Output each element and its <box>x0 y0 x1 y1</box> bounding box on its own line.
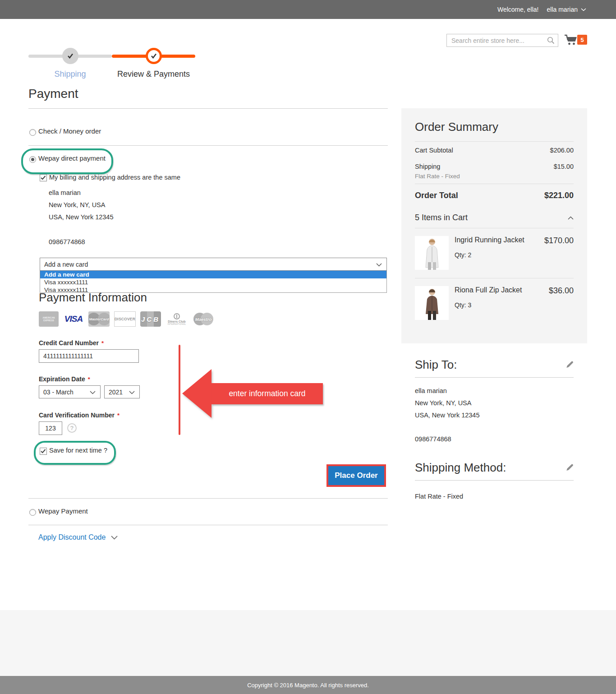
step-shipping[interactable]: Shipping <box>28 48 112 80</box>
ship-to-name: ella marian <box>415 385 574 397</box>
credit-card-number-input[interactable] <box>39 349 139 363</box>
divider <box>28 145 388 146</box>
search-input[interactable] <box>446 34 558 47</box>
shipping-row: Shipping Flat Rate - Fixed $15.00 <box>415 158 574 184</box>
billing-phone: 0986774868 <box>49 238 85 245</box>
search-box <box>446 34 558 47</box>
required-mark: * <box>117 412 120 419</box>
label-save-card[interactable]: Save for next time ? <box>49 447 107 454</box>
maestro-icon: Maestro <box>193 311 214 327</box>
discover-label: DISCOVER <box>115 317 135 321</box>
divider <box>28 525 388 525</box>
checkbox-billing-same[interactable] <box>40 174 47 181</box>
edit-pencil-icon[interactable] <box>565 361 574 369</box>
saved-card-select[interactable]: Add a new card <box>40 258 387 271</box>
shipping-label: Shipping <box>415 163 440 170</box>
cvn-help-icon[interactable] <box>67 423 77 433</box>
edit-pencil-icon[interactable] <box>565 464 574 472</box>
cart-subtotal-value: $206.00 <box>550 147 574 154</box>
checkout-progress: Shipping Review & Payments <box>28 48 195 80</box>
step-check-circle <box>146 48 162 64</box>
product-name: Riona Full Zip Jacket <box>455 286 545 294</box>
ship-to-line1: New York, NY, USA <box>415 397 574 409</box>
radio-check-money-order[interactable] <box>29 129 36 136</box>
ship-to-section: Ship To: ella marian New York, NY, USA U… <box>401 358 587 445</box>
amex-icon: AMERICAN EXPRESS <box>39 311 59 327</box>
product-name: Ingrid Running Jacket <box>455 236 541 244</box>
divider <box>28 498 388 499</box>
account-menu[interactable]: ella marian <box>547 6 586 13</box>
card-option-add-new[interactable]: Add a new card <box>40 271 386 278</box>
label-billing-same[interactable]: My billing and shipping address are the … <box>49 174 180 181</box>
copyright-text: Copyright © 2016 Magento. All rights res… <box>247 682 369 689</box>
checkbox-save-card[interactable] <box>40 448 47 455</box>
product-qty: Qty: 2 <box>455 251 541 259</box>
maestro-label: Maestro <box>195 317 211 322</box>
jcb-icon: JCB <box>140 311 161 327</box>
order-summary-title: Order Summary <box>415 120 574 134</box>
saved-card-dropdown: Add a new card Visa xxxxxx1111 Visa xxxx… <box>40 271 387 293</box>
cart-count-badge: 5 <box>577 35 587 45</box>
product-image <box>415 286 449 320</box>
step-label: Review & Payments <box>112 69 195 79</box>
expiration-month-value: 03 - March <box>43 389 74 396</box>
chevron-down-icon <box>111 536 118 540</box>
billing-address-line1: New York, NY, USA <box>49 201 105 208</box>
billing-name: ella marian <box>49 189 81 196</box>
accepted-cards-row: AMERICAN EXPRESS VISA MasterCard DISCOVE… <box>39 311 214 327</box>
saved-card-select-value: Add a new card <box>44 261 88 268</box>
order-total-value: $221.00 <box>544 191 574 200</box>
step-review-payments[interactable]: Review & Payments <box>112 48 195 80</box>
items-in-cart-toggle[interactable]: 5 Items in Cart <box>415 207 574 228</box>
card-option-visa-1[interactable]: Visa xxxxxx1111 <box>40 278 386 286</box>
order-total-row: Order Total $221.00 <box>415 184 574 207</box>
cart-icon[interactable] <box>564 34 577 46</box>
label-wepay-direct[interactable]: Wepay direct payment <box>38 154 106 162</box>
annotation-arrow-head <box>182 369 211 418</box>
card-option-visa-2[interactable]: Visa xxxxxx1111 <box>40 286 386 293</box>
diners-ring <box>174 313 180 319</box>
billing-address-line2: USA, New York 12345 <box>49 213 113 221</box>
jcb-label: JCB <box>141 315 160 323</box>
chevron-up-icon <box>568 216 574 220</box>
expiration-year-select[interactable]: 2021 <box>104 385 140 398</box>
diners-label: Diners Club <box>168 320 185 323</box>
credit-card-number-label: Credit Card Number* <box>39 339 104 347</box>
cart-item: Riona Full Zip Jacket Qty: 3 $36.00 <box>415 278 574 328</box>
shipping-value: $15.00 <box>554 163 574 180</box>
account-name: ella marian <box>547 6 578 13</box>
apply-discount-link[interactable]: Apply Discount Code <box>38 533 118 541</box>
cvn-input[interactable] <box>39 421 62 435</box>
visa-icon: VISA <box>63 311 84 327</box>
shipping-method-value: Flat Rate - Fixed <box>415 490 574 503</box>
order-summary-sidebar: Order Summary Cart Subtotal $206.00 Ship… <box>401 108 587 503</box>
product-image <box>415 236 449 270</box>
welcome-text: Welcome, ella! <box>497 6 539 13</box>
cart-subtotal-row: Cart Subtotal $206.00 <box>415 142 574 158</box>
required-mark: * <box>101 340 104 347</box>
jacket-image <box>415 286 449 320</box>
expiration-month-select[interactable]: 03 - March <box>39 385 101 398</box>
amex-label: AMERICAN EXPRESS <box>42 316 55 322</box>
cart-subtotal-label: Cart Subtotal <box>415 147 453 154</box>
search-icon[interactable] <box>547 37 555 44</box>
step-check-circle <box>62 48 78 64</box>
check-icon <box>41 449 46 453</box>
label-check-money-order[interactable]: Check / Money order <box>38 127 101 135</box>
radio-wepay-payment[interactable] <box>29 509 36 516</box>
check-icon <box>41 176 46 180</box>
diners-club-icon: Diners Club INTERNATIONAL <box>165 311 188 327</box>
label-wepay-payment[interactable]: Wepay Payment <box>38 507 88 515</box>
step-label[interactable]: Shipping <box>28 69 112 79</box>
required-mark: * <box>88 376 90 383</box>
radio-wepay-direct[interactable] <box>29 156 36 163</box>
product-qty: Qty: 3 <box>455 301 545 309</box>
cvn-label-text: Card Verification Number <box>39 412 115 419</box>
product-price: $36.00 <box>549 286 574 320</box>
expiration-date-label-text: Expiration Date <box>39 375 85 383</box>
shipping-method-title: Shipping Method: <box>415 461 506 475</box>
check-icon <box>67 53 74 59</box>
footer: Privacy and Cookie Policy Search Terms C… <box>0 610 616 676</box>
place-order-button[interactable]: Place Order <box>326 464 386 487</box>
ship-to-phone: 0986774868 <box>415 433 574 445</box>
